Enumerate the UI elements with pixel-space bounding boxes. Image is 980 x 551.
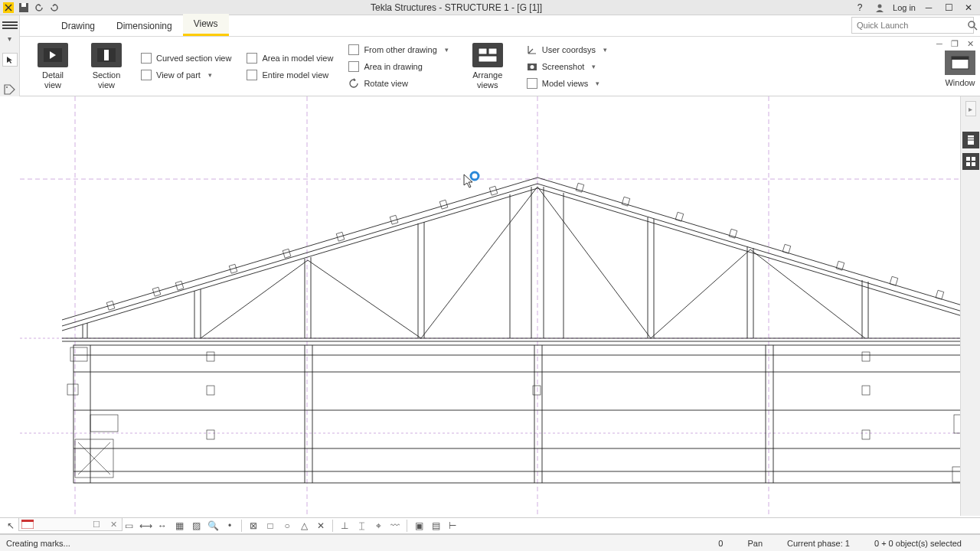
undo-icon[interactable] (34, 2, 44, 13)
frame-tool-icon[interactable]: ▭ (121, 519, 136, 533)
svg-marker-11 (354, 78, 356, 81)
quick-launch-input[interactable] (852, 19, 967, 31)
dim2-tool-icon[interactable]: ↔ (155, 519, 170, 533)
snap-tool-icon[interactable]: ⌖ (371, 519, 386, 533)
area-model-label: Area in model view (262, 54, 333, 63)
redo-icon[interactable] (49, 2, 60, 13)
tab-dimensioning[interactable]: Dimensioning (106, 16, 183, 36)
close-icon[interactable]: ✕ (962, 1, 975, 15)
arrange-views-label: Arrange views (466, 70, 510, 89)
status-message: Creating marks... (6, 539, 236, 548)
minimize-icon[interactable]: ─ (922, 1, 936, 15)
zoom-tool-icon[interactable]: 🔍 (205, 519, 220, 533)
select-tool-icon[interactable]: ↖ (3, 519, 18, 533)
help-icon[interactable]: ? (853, 1, 867, 15)
user-coordsys-label: User coordsys (542, 45, 596, 54)
from-other-drawing-button[interactable]: From other drawing (348, 44, 448, 55)
quick-launch[interactable] (851, 17, 974, 34)
sub-window-restore-icon[interactable]: ☐ (88, 520, 105, 530)
svg-rect-103 (972, 162, 975, 166)
dim-tool-icon[interactable]: ⟷ (138, 519, 153, 533)
ribbon-tabs: Drawing Dimensioning Views (0, 15, 980, 37)
svg-rect-89 (67, 384, 78, 395)
toggle1-tool-icon[interactable]: ▣ (411, 519, 426, 533)
login-link[interactable]: Log in (893, 3, 916, 12)
maximize-icon[interactable]: ☐ (942, 1, 956, 15)
arrange-views-button[interactable]: Arrange views (458, 37, 518, 96)
svg-rect-13 (488, 48, 497, 54)
tab-drawing[interactable]: Drawing (51, 16, 106, 36)
save-icon[interactable] (18, 2, 29, 13)
svg-rect-60 (622, 197, 630, 206)
svg-rect-100 (966, 157, 970, 161)
bottom-toolbar: ↖ ╱ T ↘ ✎ ▭ ⟷ ↔ ▦ ▨ 🔍 • ⊠ □ ○ △ ✕ ⊥ ⌶ ⌖ … (0, 517, 980, 534)
view-of-part-label: View of part (156, 70, 201, 80)
area-in-drawing-button[interactable]: Area in drawing (348, 61, 448, 72)
area-model-view-button[interactable]: Area in model view (247, 53, 333, 64)
curved-section-label: Curved section view (156, 54, 231, 63)
drawing-canvas[interactable] (20, 96, 980, 516)
ribbon-panel: Detail view Section view Curved section … (0, 37, 980, 96)
status-selection: 0 + 0 object(s) selected (862, 539, 974, 548)
detail-view-button[interactable]: Detail view (28, 37, 78, 96)
section-view-button[interactable]: Section view (81, 37, 132, 96)
svg-line-49 (750, 249, 865, 338)
hatch-tool-icon[interactable]: ▨ (188, 519, 204, 533)
del-tool-icon[interactable]: ⊠ (246, 519, 261, 533)
svg-point-16 (530, 65, 534, 69)
user-coordsys-button[interactable]: User coordsys (527, 44, 607, 55)
svg-rect-81 (207, 352, 214, 361)
grid-tool-icon[interactable]: ▦ (172, 519, 187, 533)
perp-tool-icon[interactable]: ⊥ (337, 519, 352, 533)
status-phase: Current phase: 1 (775, 539, 862, 548)
sub-minimize-icon[interactable]: ─ (934, 38, 945, 49)
mid-tool-icon[interactable]: ⌶ (354, 519, 369, 533)
svg-rect-63 (782, 244, 791, 253)
curved-section-button[interactable]: Curved section view (141, 53, 231, 64)
svg-line-45 (308, 260, 421, 338)
properties-panel-icon[interactable] (962, 132, 979, 148)
screenshot-button[interactable]: Screenshot (527, 61, 607, 72)
hamburger-icon[interactable] (2, 18, 18, 31)
curve-tool-icon[interactable]: 〰 (387, 519, 403, 533)
app-icon (3, 2, 14, 13)
entire-model-label: Entire model view (262, 70, 328, 80)
login-icon[interactable] (873, 1, 887, 15)
svg-rect-62 (729, 229, 737, 238)
svg-point-96 (471, 172, 479, 180)
sub-close-icon[interactable]: ✕ (965, 38, 975, 49)
triangle-tool-icon[interactable]: △ (296, 519, 312, 533)
cross-tool-icon[interactable]: ✕ (313, 519, 328, 533)
tab-views[interactable]: Views (183, 14, 229, 36)
sub-window-close-icon[interactable]: ✕ (105, 520, 122, 530)
search-icon[interactable] (967, 20, 978, 31)
entire-model-view-button[interactable]: Entire model view (247, 70, 333, 80)
toggle2-tool-icon[interactable]: ▤ (428, 519, 443, 533)
cursor-tool-icon[interactable] (2, 53, 18, 67)
view-of-part-button[interactable]: View of part (141, 70, 231, 80)
model-views-label: Model views (542, 79, 589, 88)
rotate-view-label: Rotate view (364, 79, 407, 88)
sub-restore-icon[interactable]: ❐ (949, 38, 960, 49)
window-label: Window (945, 78, 975, 87)
svg-rect-2 (21, 3, 26, 7)
window-title: Tekla Structures - STRUCTURE 1 - [G [1]] (60, 2, 853, 13)
screenshot-label: Screenshot (542, 62, 585, 71)
tag-tool-icon[interactable] (2, 83, 18, 96)
svg-rect-85 (862, 352, 870, 361)
model-views-button[interactable]: Model views (527, 78, 607, 89)
menu-chevron-down-icon[interactable]: ▾ (8, 34, 11, 43)
components-panel-icon[interactable] (962, 153, 979, 170)
svg-rect-65 (890, 276, 898, 285)
rotate-view-button[interactable]: Rotate view (348, 78, 448, 89)
svg-rect-82 (207, 386, 214, 395)
svg-rect-88 (70, 347, 87, 361)
point-tool-icon[interactable]: • (222, 519, 237, 533)
collapse-panel-icon[interactable]: ▸ (965, 101, 976, 116)
circle-tool-icon[interactable]: ○ (279, 519, 295, 533)
right-panel-strip: ▸ (960, 96, 980, 516)
square-tool-icon[interactable]: □ (263, 519, 278, 533)
window-button[interactable]: Window (945, 51, 975, 87)
svg-rect-14 (479, 56, 497, 62)
section-tool-icon[interactable]: ⊢ (445, 519, 460, 533)
